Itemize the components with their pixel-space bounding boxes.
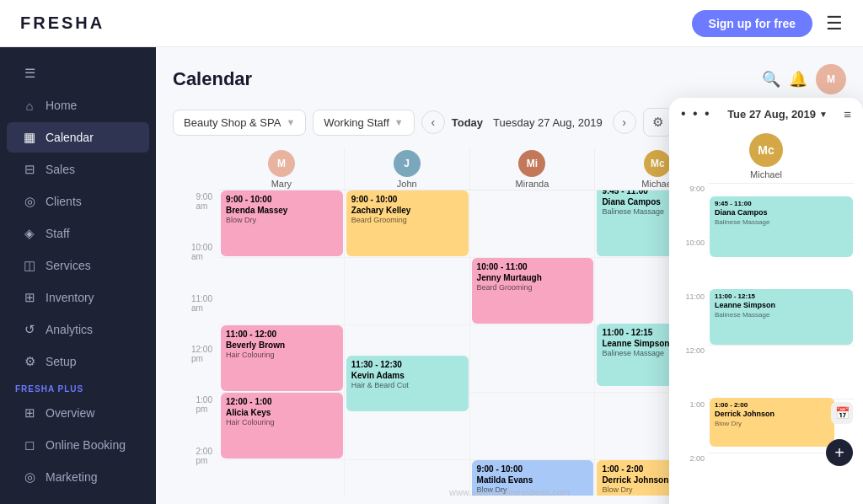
sidebar: ☰ ⌂ Home ▦ Calendar ⊟ Sales ◎ Clients ◈ … xyxy=(0,47,156,504)
calendar-header: Calendar 🔍 🔔 M xyxy=(173,64,846,94)
staff-dropdown[interactable]: Working Staff ▼ xyxy=(313,110,414,136)
appt-time-9: 9:00 - 10:00 xyxy=(477,464,589,475)
sidebar-item-sales[interactable]: ⊟ Sales xyxy=(7,154,149,185)
sidebar-item-card[interactable]: ▭ Card Processing xyxy=(7,494,149,504)
avatar-john: J xyxy=(394,150,421,177)
sidebar-item-calendar[interactable]: ▦ Calendar xyxy=(7,122,149,153)
m-time-9: 9:00 xyxy=(678,183,708,237)
m-appt-diana-name: Diana Campos xyxy=(715,208,848,218)
avatar-michael: Mc xyxy=(644,150,671,177)
shop-dropdown-label: Beauty Shop & SPA xyxy=(184,116,281,129)
appointment-5[interactable]: 11:30 - 12:30 Kevin Adams Hair & Beard C… xyxy=(346,356,469,411)
booking-icon: ◻ xyxy=(22,437,37,453)
prev-button[interactable]: ‹ xyxy=(421,110,445,134)
sidebar-item-analytics[interactable]: ↺ Analytics xyxy=(7,314,149,345)
m-appt-leanne-name: Leanne Simpson xyxy=(715,301,848,311)
sidebar-item-booking[interactable]: ◻ Online Booking xyxy=(7,430,149,460)
next-button[interactable]: › xyxy=(613,110,636,134)
staff-col-john: J John xyxy=(345,148,470,190)
menu-icon: ☰ xyxy=(22,66,37,81)
m-appt-diana-time: 9:45 - 11:00 xyxy=(715,200,848,208)
m-appt-derrick-service: Blow Dry xyxy=(715,420,829,428)
appt-name-2: Jenny Murtaugh xyxy=(477,272,589,283)
appt-name-9: Matilda Evans xyxy=(477,475,589,485)
notification-button[interactable]: 🔔 xyxy=(789,70,807,88)
hamburger-icon[interactable]: ☰ xyxy=(826,13,843,35)
cell-john-10 xyxy=(345,258,470,324)
appt-name-5: Kevin Adams xyxy=(351,370,464,381)
time-slot-9: 9:00am xyxy=(173,190,219,241)
appt-name-7: Alicia Keys xyxy=(226,407,338,418)
sidebar-item-clients[interactable]: ◎ Clients xyxy=(7,186,149,217)
appt-name-1: Zachary Kelley xyxy=(351,205,464,216)
cell-miranda-12 xyxy=(470,393,596,459)
appt-name-0: Brenda Massey xyxy=(226,205,338,216)
sidebar-label-services: Services xyxy=(46,259,91,272)
time-column: 9:00am 10:00am 11:00am 12:00pm 1:00pm 2:… xyxy=(173,148,219,496)
appt-service-4: Hair Colouring xyxy=(226,351,338,361)
sidebar-label-setup: Setup xyxy=(46,355,77,368)
avatar-miranda: Mi xyxy=(518,150,545,177)
mobile-appt-diana[interactable]: 9:45 - 11:00 Diana Campos Balinese Massa… xyxy=(710,196,853,257)
mobile-filter-icon[interactable]: ≡ xyxy=(844,107,851,121)
appt-time-0: 9:00 - 10:00 xyxy=(226,194,338,205)
staff-name-mary: Mary xyxy=(271,179,292,189)
appointment-1[interactable]: 9:00 - 10:00 Zachary Kelley Beard Groomi… xyxy=(346,190,469,256)
staff-col-miranda: Mi Miranda xyxy=(470,148,596,190)
sidebar-item-menu[interactable]: ☰ xyxy=(7,58,149,88)
sidebar-item-home[interactable]: ⌂ Home xyxy=(7,90,149,121)
mobile-date: Tue 27 Aug, 2019 ▼ xyxy=(727,108,828,121)
mobile-appt-action-icon[interactable]: 📅 xyxy=(831,402,853,424)
avatar-mary: M xyxy=(268,150,295,177)
sidebar-item-staff[interactable]: ◈ Staff xyxy=(7,218,149,249)
services-icon: ◫ xyxy=(22,258,37,273)
sidebar-label-sales: Sales xyxy=(46,163,75,176)
appt-service-1: Beard Grooming xyxy=(351,216,464,226)
appt-service-5: Hair & Beard Cut xyxy=(351,381,464,391)
inventory-icon: ⊞ xyxy=(22,290,37,305)
appointment-2[interactable]: 10:00 - 11:00 Jenny Murtaugh Beard Groom… xyxy=(472,258,594,324)
appt-time-5: 11:30 - 12:30 xyxy=(351,359,464,370)
mobile-appt-leanne[interactable]: 11:00 - 12:15 Leanne Simpson Balinese Ma… xyxy=(710,289,853,345)
mobile-time-col: 9:00 10:00 11:00 12:00 1:00 2:00 xyxy=(678,183,708,504)
m-appt-derrick-time: 1:00 - 2:00 xyxy=(715,401,829,410)
shop-dropdown[interactable]: Beauty Shop & SPA ▼ xyxy=(173,110,306,136)
mobile-avatar: Mc xyxy=(749,133,783,167)
staff-dropdown-arrow: ▼ xyxy=(394,117,404,127)
sidebar-item-inventory[interactable]: ⊞ Inventory xyxy=(7,282,149,313)
sidebar-item-marketing[interactable]: ◎ Marketing xyxy=(7,462,149,492)
top-nav-right: Sign up for free ☰ xyxy=(692,10,843,37)
overview-icon: ⊞ xyxy=(22,405,37,421)
signup-button[interactable]: Sign up for free xyxy=(692,10,812,37)
time-slot-14: 2:00pm xyxy=(173,445,219,496)
today-button[interactable]: Today xyxy=(452,116,483,129)
m-appt-diana-service: Balinese Massage xyxy=(715,218,848,227)
calendar-header-right: 🔍 🔔 M xyxy=(762,64,846,94)
sidebar-item-services[interactable]: ◫ Services xyxy=(7,250,149,281)
calendar-title: Calendar xyxy=(173,68,252,90)
m-appt-leanne-time: 11:00 - 12:15 xyxy=(715,292,848,301)
sidebar-item-overview[interactable]: ⊞ Overview xyxy=(7,398,149,428)
mobile-dots-icon: • • • xyxy=(681,106,711,121)
appt-time-7: 12:00 - 1:00 xyxy=(226,396,338,407)
appt-service-7: Hair Colouring xyxy=(226,418,338,428)
m-appt-derrick-name: Derrick Johnson xyxy=(715,410,829,420)
cell-miranda-11 xyxy=(470,325,596,392)
appointment-7[interactable]: 12:00 - 1:00 Alicia Keys Hair Colouring xyxy=(221,393,343,458)
sidebar-label-analytics: Analytics xyxy=(46,323,93,336)
appt-time-2: 10:00 - 11:00 xyxy=(477,261,589,272)
main-layout: ☰ ⌂ Home ▦ Calendar ⊟ Sales ◎ Clients ◈ … xyxy=(0,47,863,504)
appointment-4[interactable]: 11:00 - 12:00 Beverly Brown Hair Colouri… xyxy=(221,325,343,391)
settings-button[interactable]: ⚙ xyxy=(643,108,673,137)
appt-service-2: Beard Grooming xyxy=(477,283,589,293)
appt-name-4: Beverly Brown xyxy=(226,340,338,351)
cell-mary-13 xyxy=(219,460,345,496)
user-avatar: M xyxy=(816,64,846,94)
mobile-fab-button[interactable]: + xyxy=(826,439,853,466)
sidebar-item-setup[interactable]: ⚙ Setup xyxy=(7,346,149,377)
search-button[interactable]: 🔍 xyxy=(762,70,780,88)
fresha-plus-label: FRESHA PLUS xyxy=(15,384,141,394)
mobile-user-row: Mc Michael xyxy=(669,126,863,183)
appointment-0[interactable]: 9:00 - 10:00 Brenda Massey Blow Dry xyxy=(221,190,343,256)
mobile-appt-derrick[interactable]: 1:00 - 2:00 Derrick Johnson Blow Dry xyxy=(710,398,834,447)
